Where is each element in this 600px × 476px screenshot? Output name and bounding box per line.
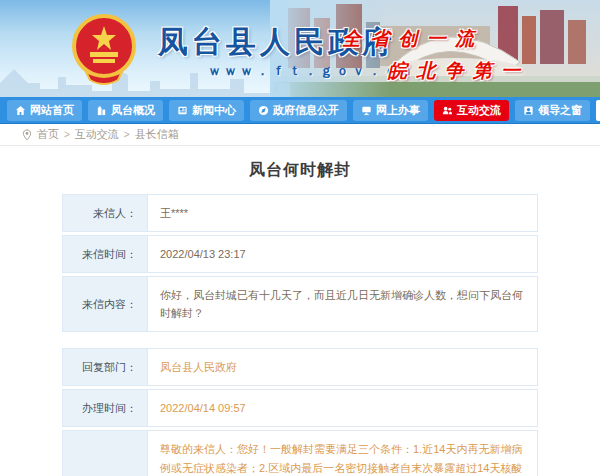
building-icon — [96, 105, 107, 116]
nav-item-overview[interactable]: 凤台概况 — [88, 100, 163, 121]
table-row-reply-dept: 回复部门： 凤台县人民政府 — [62, 348, 538, 386]
national-emblem — [68, 12, 140, 86]
letter-content-value: 你好，凤台封城已有十几天了，而且近几日无新增确诊人数，想问下凤台何时解封？ — [148, 277, 537, 331]
nav-item-label: 凤台概况 — [111, 103, 155, 118]
breadcrumb-separator: > — [64, 129, 70, 140]
slogan-line1: 全 省 创 一 流 — [342, 26, 476, 52]
search-box — [596, 100, 600, 121]
reply-content-value: 尊敬的来信人：您好！一般解封需要满足三个条件：1.近14天内再无新增病例或无症状… — [148, 431, 537, 476]
nav-item-label: 领导之窗 — [538, 103, 582, 118]
row-label: 回复部门： — [63, 349, 148, 385]
home-icon — [15, 105, 26, 116]
nav-item-info-disclosure[interactable]: 政府信息公开 — [250, 100, 347, 121]
main-nav: 网站首页 凤台概况 新闻中心 政府信息公开 网上办事 互动交流 领导之窗 — [0, 97, 600, 124]
nav-item-online-service[interactable]: 网上办事 — [353, 100, 428, 121]
leader-icon — [523, 105, 534, 116]
news-icon — [177, 105, 188, 116]
nav-search: 搜 索 — [596, 100, 600, 121]
nav-item-label: 网上办事 — [376, 103, 420, 118]
table-row-letter-time: 来信时间： 2022/04/13 23:17 — [62, 235, 538, 273]
row-label: 来信时间： — [63, 236, 148, 272]
table-row-reply-content: 回复内容： 尊敬的来信人：您好！一般解封需要满足三个条件：1.近14天内再无新增… — [62, 430, 538, 476]
handle-time-value: 2022/04/14 09:57 — [148, 390, 537, 426]
page-title: 凤台何时解封 — [0, 160, 600, 181]
table-row-letter-content: 来信内容： 你好，凤台封城已有十几天了，而且近几日无新增确诊人数，想问下凤台何时… — [62, 276, 538, 332]
nav-item-leaders[interactable]: 领导之窗 — [515, 100, 590, 121]
breadcrumb-separator: > — [124, 129, 130, 140]
nav-item-news[interactable]: 新闻中心 — [169, 100, 244, 121]
info-disclosure-icon — [258, 105, 269, 116]
table-row-sender: 来信人： 王**** — [62, 194, 538, 232]
online-service-icon — [361, 105, 372, 116]
reply-dept-value: 凤台县人民政府 — [148, 349, 537, 385]
location-pin-icon — [22, 129, 32, 141]
row-label: 办理时间： — [63, 390, 148, 426]
slogan-line2: 皖 北 争 第 一 — [388, 58, 522, 84]
nav-item-label: 网站首页 — [30, 103, 74, 118]
nav-item-label: 新闻中心 — [192, 103, 236, 118]
page: 凤台县人民政府 ｗｗｗ．ｆｔ．ｇｏｖ．ｃｎ 全 省 创 一 流 皖 北 争 第 … — [0, 0, 600, 476]
row-label: 回复内容： — [63, 431, 148, 476]
site-url: ｗｗｗ．ｆｔ．ｇｏｖ．ｃｎ — [208, 62, 416, 80]
letter-time-value: 2022/04/13 23:17 — [148, 236, 537, 272]
table-row-handle-time: 办理时间： 2022/04/14 09:57 — [62, 389, 538, 427]
site-header: 凤台县人民政府 ｗｗｗ．ｆｔ．ｇｏｖ．ｃｎ 全 省 创 一 流 皖 北 争 第 … — [0, 0, 600, 97]
row-label: 来信内容： — [63, 277, 148, 331]
reply-table: 回复部门： 凤台县人民政府 办理时间： 2022/04/14 09:57 回复内… — [62, 348, 538, 476]
nav-item-label: 政府信息公开 — [273, 103, 339, 118]
sender-value: 王**** — [148, 195, 537, 231]
breadcrumb: 首页 > 互动交流 > 县长信箱 — [0, 124, 600, 146]
nav-item-interaction[interactable]: 互动交流 — [434, 100, 509, 121]
breadcrumb-interaction[interactable]: 互动交流 — [75, 127, 119, 142]
interaction-icon — [442, 105, 453, 116]
row-label: 来信人： — [63, 195, 148, 231]
breadcrumb-home[interactable]: 首页 — [37, 127, 59, 142]
letter-detail: 来信人： 王**** 来信时间： 2022/04/13 23:17 来信内容： … — [62, 194, 538, 476]
breadcrumb-mailbox[interactable]: 县长信箱 — [135, 127, 179, 142]
nav-item-label: 互动交流 — [457, 103, 501, 118]
letter-table: 来信人： 王**** 来信时间： 2022/04/13 23:17 来信内容： … — [62, 194, 538, 332]
nav-item-home[interactable]: 网站首页 — [7, 100, 82, 121]
